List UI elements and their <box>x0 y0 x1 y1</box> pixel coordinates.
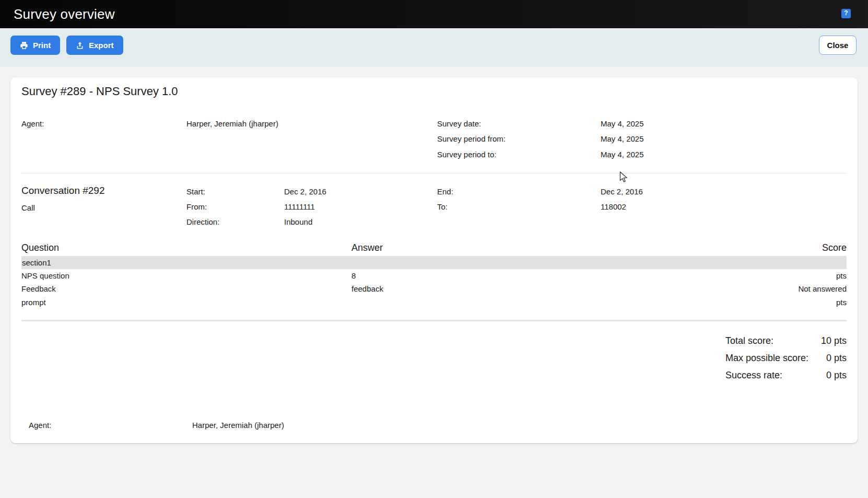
window-header: Survey overview ? <box>0 0 868 28</box>
max-score-label: Max possible score: <box>725 353 808 364</box>
footer-agent-value: Harper, Jeremiah (jharper) <box>192 421 284 430</box>
table-row-score: Not answered <box>798 284 847 293</box>
survey-title: Survey #289 - NPS Survey 1.0 <box>21 85 178 98</box>
survey-date-label: Survey date: <box>437 119 481 128</box>
upload-icon <box>76 41 84 50</box>
from-value: 11111111 <box>284 202 315 211</box>
conversation-media-type: Call <box>21 203 35 212</box>
table-row-score: pts <box>836 298 847 307</box>
table-row-score: pts <box>836 271 847 280</box>
table-row-answer: feedback <box>351 284 383 293</box>
table-row-question: NPS question <box>21 271 69 280</box>
help-icon[interactable]: ? <box>841 9 851 18</box>
print-button[interactable]: Print <box>10 36 60 55</box>
period-to-label: Survey period to: <box>437 150 496 159</box>
to-label: To: <box>437 202 448 211</box>
toolbar: Print Export Close <box>0 28 868 67</box>
agent-label: Agent: <box>21 119 44 128</box>
total-score-label: Total score: <box>725 335 773 346</box>
agent-value: Harper, Jeremiah (jharper) <box>186 119 278 128</box>
start-value: Dec 2, 2016 <box>284 187 326 196</box>
table-row-question: Feedback <box>21 284 56 293</box>
column-header-score: Score <box>822 242 847 253</box>
export-button-label: Export <box>89 41 114 50</box>
to-value: 118002 <box>601 202 626 211</box>
survey-report-card: Survey #289 - NPS Survey 1.0 Agent: Harp… <box>10 77 858 443</box>
table-row-answer: 8 <box>351 271 356 280</box>
footer-agent-label: Agent: <box>29 421 51 430</box>
close-button[interactable]: Close <box>819 36 857 55</box>
conversation-title: Conversation #292 <box>21 185 105 196</box>
period-to-value: May 4, 2025 <box>601 150 644 159</box>
printer-icon <box>20 41 28 50</box>
period-from-value: May 4, 2025 <box>601 134 644 143</box>
direction-value: Inbound <box>284 217 312 226</box>
print-button-label: Print <box>33 41 51 50</box>
survey-date-value: May 4, 2025 <box>601 119 644 128</box>
period-from-label: Survey period from: <box>437 134 506 143</box>
section-divider <box>21 173 847 173</box>
table-row-question: prompt <box>21 298 46 307</box>
max-score-value: 0 pts <box>826 353 847 364</box>
export-button[interactable]: Export <box>66 36 123 55</box>
table-bottom-divider <box>21 320 847 321</box>
success-rate-value: 0 pts <box>826 370 847 381</box>
success-rate-label: Success rate: <box>725 370 782 381</box>
total-score-value: 10 pts <box>821 335 847 346</box>
from-label: From: <box>186 202 207 211</box>
column-header-answer: Answer <box>351 242 383 253</box>
column-header-question: Question <box>21 242 59 253</box>
start-label: Start: <box>186 187 205 196</box>
table-section-row: section1 <box>21 256 847 269</box>
end-value: Dec 2, 2016 <box>601 187 643 196</box>
direction-label: Direction: <box>186 217 219 226</box>
end-label: End: <box>437 187 453 196</box>
page-title: Survey overview <box>14 6 115 22</box>
